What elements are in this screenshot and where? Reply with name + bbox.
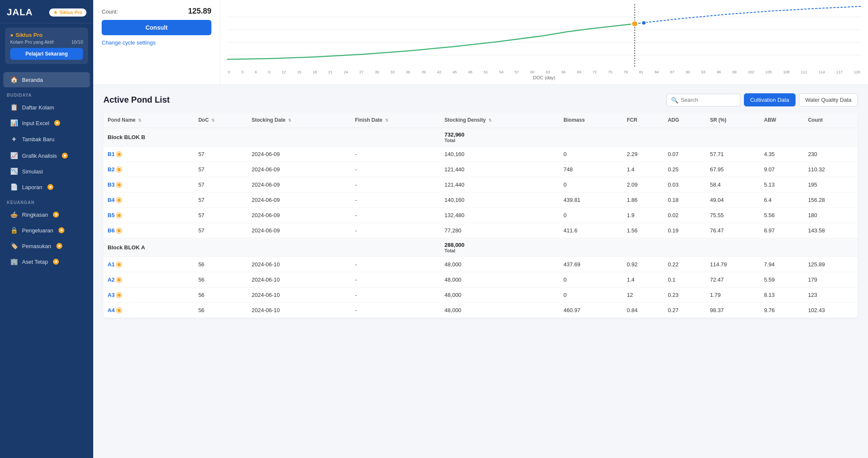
sr-cell: 114.79 — [706, 257, 760, 272]
status-dot — [116, 293, 122, 298]
abw-cell: 5.59 — [760, 272, 804, 288]
growth-chart — [227, 4, 861, 68]
simulasi-icon: 📉 — [10, 168, 18, 175]
pond-name-cell: B5 — [103, 208, 194, 223]
block-name: Block BLOK B — [103, 128, 440, 147]
doc-axis-label: DOC (day) — [227, 75, 861, 80]
block-row: Block BLOK B 732,960 Total — [103, 128, 858, 147]
sidebar-item-daftar-kolam[interactable]: 📋 Daftar Kolam — [3, 100, 90, 115]
table-head: Pond Name ⇅ DoC ⇅ Stocking Date ⇅ Finish… — [103, 112, 858, 128]
fcr-cell: 1.4 — [623, 162, 664, 177]
sidebar-item-tambak-baru[interactable]: + Tambak Baru — [3, 131, 90, 148]
pond-link-A2[interactable]: A2 — [108, 276, 190, 283]
home-icon: 🏠 — [10, 76, 18, 84]
grafik-badge: ★ — [62, 153, 68, 159]
adg-cell: 0.03 — [663, 177, 706, 193]
sr-cell: 67.95 — [706, 162, 760, 177]
fcr-cell: 1.4 — [623, 272, 664, 288]
pond-link-A1[interactable]: A1 — [108, 261, 190, 268]
abw-cell: 6.97 — [760, 223, 804, 238]
stocking-date-cell: 2024-06-09 — [247, 223, 351, 238]
svg-point-5 — [632, 21, 638, 27]
fcr-cell: 1.86 — [623, 193, 664, 208]
chart-area: 0369121518212427303336394245485154576063… — [220, 0, 868, 84]
abw-cell: 7.94 — [760, 257, 804, 272]
col-fcr[interactable]: FCR — [623, 112, 664, 128]
change-cycle-link[interactable]: Change cycle settings — [102, 39, 211, 46]
search-icon: 🔍 — [671, 97, 678, 103]
active-pond-table: Pond Name ⇅ DoC ⇅ Stocking Date ⇅ Finish… — [103, 112, 858, 318]
doc-cell: 57 — [194, 223, 247, 238]
pond-link-B3[interactable]: B3 — [108, 182, 190, 188]
finish-date-cell: - — [351, 162, 440, 177]
sidebar-item-ringkasan[interactable]: 🥧 Ringkasan ★ — [3, 207, 90, 222]
status-dot — [116, 167, 122, 172]
pelajari-button[interactable]: Pelajari Sekarang — [10, 48, 83, 60]
doc-cell: 57 — [194, 162, 247, 177]
search-box[interactable]: 🔍 — [666, 94, 740, 106]
col-count[interactable]: Count — [804, 112, 858, 128]
sidebar-item-grafik-analisis[interactable]: 📈 Grafik Analisis ★ — [3, 148, 90, 163]
sidebar-item-input-excel[interactable]: 📊 Input Excel ★ — [3, 115, 90, 131]
search-input[interactable] — [681, 97, 736, 103]
count-cell: 125.89 — [804, 257, 858, 272]
tab-water-quality-button[interactable]: Water Quality Data — [799, 93, 858, 106]
stocking-density-cell: 121,440 — [440, 162, 559, 177]
pond-link-B1[interactable]: B1 — [108, 151, 190, 157]
pond-link-B4[interactable]: B4 — [108, 197, 190, 203]
table-row: B3 57 2024-06-09 - 121,440 0 2.09 0.03 5… — [103, 177, 858, 193]
top-section: Count: 125.89 Consult Change cycle setti… — [93, 0, 868, 85]
section-budidaya-label: BUDIDAYA — [0, 88, 93, 99]
stocking-density-cell: 48,000 — [440, 303, 559, 318]
adg-cell: 0.25 — [663, 162, 706, 177]
pond-link-A3[interactable]: A3 — [108, 292, 190, 298]
biomass-cell: 748 — [559, 162, 622, 177]
adg-cell: 0.07 — [663, 147, 706, 162]
pond-name-cell: B1 — [103, 147, 194, 162]
table-title: Active Pond List — [103, 95, 170, 105]
pond-link-B5[interactable]: B5 — [108, 212, 190, 218]
col-sr[interactable]: SR (%) — [706, 112, 760, 128]
stocking-density-cell: 48,000 — [440, 257, 559, 272]
sidebar-item-simulasi[interactable]: 📉 Simulasi — [3, 164, 90, 179]
finish-date-cell: - — [351, 223, 440, 238]
siklus-badge[interactable]: ★ Siklus Pro — [49, 8, 86, 17]
status-dot — [116, 228, 122, 233]
pond-link-B2[interactable]: B2 — [108, 166, 190, 173]
sr-cell: 49.04 — [706, 193, 760, 208]
col-adg[interactable]: ADG — [663, 112, 706, 128]
sidebar-item-aset-tetap[interactable]: 🏢 Aset Tetap ★ — [3, 254, 90, 269]
biomass-cell: 439.81 — [559, 193, 622, 208]
pemasukan-icon: 🏷️ — [10, 242, 18, 250]
fcr-cell: 2.29 — [623, 147, 664, 162]
sidebar-item-beranda[interactable]: 🏠 Beranda — [3, 72, 90, 87]
col-finish-date[interactable]: Finish Date ⇅ — [351, 112, 440, 128]
col-stocking-density[interactable]: Stocking Density ⇅ — [440, 112, 559, 128]
pond-name-cell: B2 — [103, 162, 194, 177]
col-doc[interactable]: DoC ⇅ — [194, 112, 247, 128]
sidebar-item-laporan[interactable]: 📄 Laporan ★ — [3, 179, 90, 195]
pond-name-cell: A3 — [103, 288, 194, 303]
pond-link-A4[interactable]: A4 — [108, 307, 190, 313]
abw-cell: 9.07 — [760, 162, 804, 177]
sidebar: JALA ★ Siklus Pro ● Siklus Pro Kolam Pro… — [0, 0, 93, 458]
col-biomass[interactable]: Biomass — [559, 112, 622, 128]
stocking-density-cell: 77,280 — [440, 223, 559, 238]
tab-cultivation-button[interactable]: Cultivation Data — [744, 93, 796, 106]
laporan-badge: ★ — [47, 184, 53, 190]
sidebar-item-pemasukan[interactable]: 🏷️ Pemasukan ★ — [3, 238, 90, 254]
table-row: A2 56 2024-06-10 - 48,000 0 1.4 0.1 72.4… — [103, 272, 858, 288]
biomass-cell: 460.97 — [559, 303, 622, 318]
pond-link-B6[interactable]: B6 — [108, 227, 190, 234]
table-row: B5 57 2024-06-09 - 132,480 0 1.9 0.02 75… — [103, 208, 858, 223]
pond-name-cell: A4 — [103, 303, 194, 318]
col-stocking-date[interactable]: Stocking Date ⇅ — [247, 112, 351, 128]
abw-cell: 5.13 — [760, 177, 804, 193]
profile-kolam: Kolam Pro yang Aktif: 10/10 — [10, 39, 83, 45]
status-dot — [116, 308, 122, 313]
consult-button[interactable]: Consult — [102, 20, 211, 35]
col-abw[interactable]: ABW — [760, 112, 804, 128]
col-pond-name[interactable]: Pond Name ⇅ — [103, 112, 194, 128]
adg-cell: 0.1 — [663, 272, 706, 288]
sidebar-item-pengeluaran[interactable]: 🔒 Pengeluaran ★ — [3, 223, 90, 238]
